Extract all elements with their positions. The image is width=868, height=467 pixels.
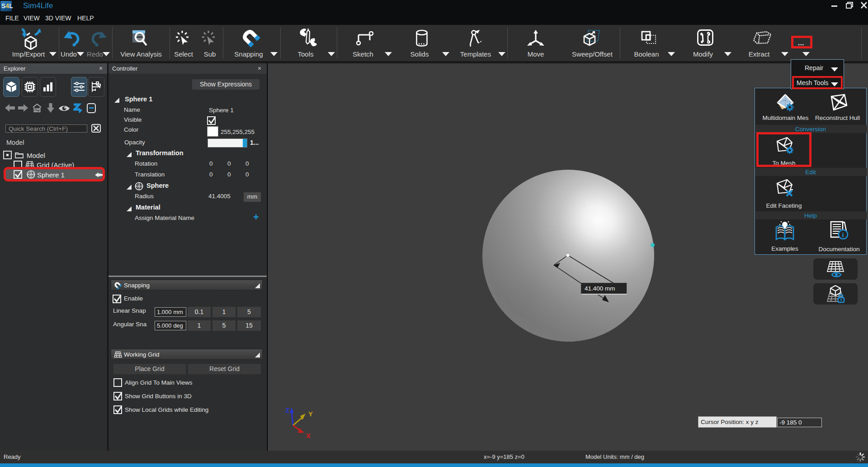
svg-text:X: X [306,432,311,439]
svg-text:i: i [842,231,844,238]
svg-text:Z: Z [285,406,289,414]
svg-text:Y: Y [308,410,313,418]
